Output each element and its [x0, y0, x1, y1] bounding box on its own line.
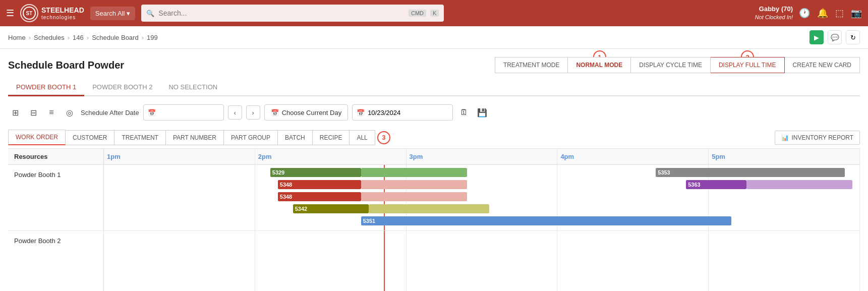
filter-icon[interactable]: ⊟	[26, 105, 40, 120]
filter-batch[interactable]: BATCH	[278, 130, 313, 145]
filter-recipe[interactable]: RECIPE	[313, 130, 350, 145]
filter-treatment[interactable]: TREATMENT	[114, 130, 165, 145]
search-bar: 🔍 CMD K	[141, 5, 444, 22]
search-all-button[interactable]: Search All ▾	[90, 7, 136, 20]
clock-icon[interactable]: 🕐	[799, 8, 810, 19]
search-input[interactable]	[158, 9, 404, 17]
time-1pm: 1pm	[104, 149, 255, 164]
logo-subtitle: technologies	[41, 15, 84, 20]
gantt-bar-5342-ext[interactable]	[369, 204, 490, 213]
current-day-button[interactable]: 📅 Choose Current Day	[264, 104, 349, 121]
breadcrumb-home[interactable]: Home	[8, 34, 26, 41]
filter-part-number[interactable]: PART NUMBER	[166, 130, 224, 145]
tab-powder-booth-1[interactable]: POWDER BOOTH 1	[8, 79, 84, 96]
calendar-icon-1: 📅	[148, 109, 156, 117]
inventory-report-button[interactable]: 📊 INVENTORY REPORT	[775, 131, 860, 145]
main-content: Schedule Board Powder TREATMENT MODE 1 N…	[0, 49, 868, 291]
camera-icon[interactable]: 📷	[851, 8, 862, 19]
badge-3: 3	[377, 131, 390, 144]
treatment-mode-button[interactable]: TREATMENT MODE	[495, 57, 568, 73]
settings-icon[interactable]: ◎	[63, 105, 77, 120]
cmd-key: CMD	[409, 10, 426, 17]
filter-row: WORK ORDER CUSTOMER TREATMENT PART NUMBE…	[8, 127, 860, 149]
user-name: Gabby (70)	[755, 5, 793, 14]
gantt-chart: Resources 1pm 2pm 3pm 4pm 5pm Powder Boo…	[8, 149, 860, 291]
time-4pm: 4pm	[557, 149, 709, 164]
gantt-label-powder-booth-2: Powder Booth 2	[8, 231, 104, 291]
breadcrumb-146[interactable]: 146	[73, 34, 84, 41]
time-5pm: 5pm	[709, 149, 860, 164]
tab-no-selection[interactable]: NO SELECTION	[160, 79, 225, 96]
chart-icon: 📊	[781, 134, 789, 141]
current-date-input[interactable]: 📅 10/23/2024	[352, 104, 453, 121]
gantt-content-powder-booth-1: 5329 5353 5348 5363 5348	[104, 165, 860, 230]
current-time-indicator-2	[384, 231, 385, 291]
gantt-bar-5363[interactable]: 5363	[686, 180, 746, 189]
gantt-bar-5363-ext[interactable]	[746, 180, 852, 189]
chat-button[interactable]: 💬	[828, 30, 842, 44]
schedule-after-date-label: Schedule After Date	[81, 109, 139, 117]
filter-all[interactable]: ALL	[350, 130, 375, 145]
next-arrow-button[interactable]: ›	[246, 105, 260, 120]
logo-area: ST STEELHEAD technologies	[20, 4, 84, 22]
gantt-bar-5348-2[interactable]: 5348	[278, 192, 361, 201]
resources-header: Resources	[8, 149, 104, 164]
multi-calendar-icon[interactable]: 🗓	[457, 105, 471, 120]
calendar-icon-3: 📅	[357, 109, 365, 117]
breadcrumb-actions: ▶ 💬 ↻	[809, 30, 860, 44]
svg-text:ST: ST	[26, 11, 33, 16]
save-icon[interactable]: 💾	[475, 105, 489, 120]
breadcrumb-schedules[interactable]: Schedules	[34, 34, 65, 41]
breadcrumb-199[interactable]: 199	[147, 34, 158, 41]
gantt-label-powder-booth-1: Powder Booth 1	[8, 165, 104, 230]
logo-icon: ST	[20, 4, 38, 22]
user-status: Not Clocked In!	[755, 14, 793, 21]
logo-title: STEELHEAD	[41, 6, 84, 15]
hamburger-menu-icon[interactable]: ☰	[6, 8, 14, 19]
play-button[interactable]: ▶	[809, 30, 824, 44]
page-header: Schedule Board Powder TREATMENT MODE 1 N…	[8, 57, 860, 73]
gantt-bar-5329-ext[interactable]	[361, 168, 467, 177]
search-icon: 🔍	[146, 10, 154, 17]
gantt-bar-5348-1[interactable]: 5348	[278, 180, 361, 189]
gantt-content-powder-booth-2	[104, 231, 860, 291]
breadcrumb: Home › Schedules › 146 › Schedule Board …	[0, 26, 868, 49]
breadcrumb-schedule-board[interactable]: Schedule Board	[92, 34, 139, 41]
gantt-bar-5342[interactable]: 5342	[293, 204, 369, 213]
filter-tabs: WORK ORDER CUSTOMER TREATMENT PART NUMBE…	[8, 130, 390, 145]
display-full-time-button[interactable]: DISPLAY FULL TIME	[711, 57, 785, 73]
gantt-bar-5353[interactable]: 5353	[656, 168, 845, 177]
gantt-bar-5329[interactable]: 5329	[270, 168, 361, 177]
gantt-timeline-header: 1pm 2pm 3pm 4pm 5pm	[104, 149, 860, 164]
create-new-card-button[interactable]: CREATE NEW CARD	[785, 57, 860, 73]
prev-arrow-button[interactable]: ‹	[228, 105, 242, 120]
gantt-bar-5348-2-ext[interactable]	[361, 192, 467, 201]
time-2pm: 2pm	[255, 149, 407, 164]
list-icon[interactable]: ≡	[44, 105, 59, 120]
bell-icon[interactable]: 🔔	[817, 8, 828, 19]
gantt-header: Resources 1pm 2pm 3pm 4pm 5pm	[8, 149, 860, 165]
k-key: K	[430, 10, 439, 17]
schedule-toolbar: ⊞ ⊟ ≡ ◎ Schedule After Date 📅 ‹ › 📅 Choo…	[8, 100, 860, 125]
exit-icon[interactable]: ⬚	[835, 8, 844, 19]
user-info: Gabby (70) Not Clocked In!	[755, 5, 793, 22]
filter-work-order[interactable]: WORK ORDER	[8, 130, 66, 145]
filter-part-group[interactable]: PART GROUP	[224, 130, 278, 145]
normal-mode-button[interactable]: NORMAL MODE	[568, 57, 631, 73]
gantt-bar-5348-1-ext[interactable]	[361, 180, 467, 189]
view-columns-icon[interactable]: ⊞	[8, 105, 22, 120]
display-cycle-time-button[interactable]: DISPLAY CYCLE TIME	[631, 57, 711, 73]
refresh-button[interactable]: ↻	[846, 30, 860, 44]
calendar-icon-2: 📅	[271, 109, 279, 117]
schedule-after-date-input[interactable]: 📅	[143, 104, 224, 121]
gantt-row-powder-booth-1: Powder Booth 1 5329 5353	[8, 165, 860, 231]
booth-tabs: POWDER BOOTH 1 POWDER BOOTH 2 NO SELECTI…	[8, 79, 860, 96]
gantt-row-powder-booth-2: Powder Booth 2	[8, 231, 860, 291]
tab-powder-booth-2[interactable]: POWDER BOOTH 2	[84, 79, 160, 96]
filter-customer[interactable]: CUSTOMER	[66, 130, 114, 145]
top-navigation: ☰ ST STEELHEAD technologies Search All ▾…	[0, 0, 868, 26]
time-3pm: 3pm	[407, 149, 558, 164]
gantt-bar-5351[interactable]: 5351	[361, 216, 732, 225]
nav-icons: 🕐 🔔 ⬚ 📷	[799, 8, 862, 19]
page-title: Schedule Board Powder	[8, 60, 124, 71]
